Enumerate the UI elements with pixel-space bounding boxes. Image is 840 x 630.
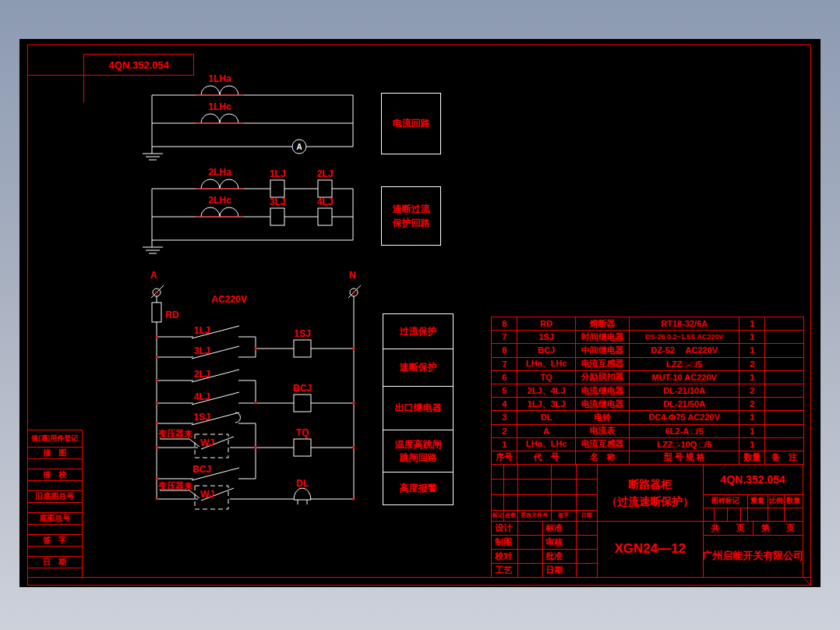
label-from-transformer-2: 变压器来: [157, 481, 192, 490]
parts-cell: 电流互感器: [576, 438, 630, 451]
label-contact-1lj: 1LJ: [194, 325, 210, 336]
tb-staff-date: 日期: [545, 565, 563, 576]
parts-cell: 1SJ: [517, 331, 576, 344]
parts-cell: 时间继电器: [576, 331, 630, 344]
parts-cell: 分励脱扣器: [576, 371, 630, 384]
function-box-temp-trip: 温度高跳闸跳闸回路: [383, 430, 453, 472]
parts-cell: 电铃: [576, 411, 630, 424]
label-contact-1sj: 1SJ: [193, 412, 210, 423]
relay-box-3lj: [270, 208, 284, 225]
parts-cell: 6L2-A □/5: [630, 425, 739, 438]
label-contact-wj2: WJ: [200, 489, 214, 500]
function-box-column: 过流保护 速断保护 出口继电器 温度高跳闸跳闸回路 高度报警: [383, 313, 454, 505]
register-block: 借(通)用件登记 描 图 描 校 旧底图总号 底图总号 签 字 日 期: [27, 430, 83, 579]
parts-header-name: 名 称: [576, 451, 630, 465]
box-current-loop-label: 电流回路: [393, 117, 430, 130]
parts-cell: 2: [739, 384, 765, 398]
parts-cell: 2: [739, 358, 765, 371]
parts-header-code: 代 号: [517, 451, 576, 465]
tb-line: [714, 508, 715, 521]
parts-cell: 1: [739, 331, 765, 344]
function-box-output-relay: 出口继电器: [383, 387, 453, 430]
parts-cell: [765, 425, 804, 438]
tb-line: [492, 535, 597, 536]
relay-box-1lj: [270, 180, 284, 197]
label-2lhc: 2LHc: [208, 195, 231, 206]
register-gap: [27, 547, 82, 557]
tb-pages-current: 第页: [753, 521, 803, 535]
parts-cell: DC4-Φ75 AC220V: [630, 411, 739, 424]
ammeter-icon: A: [292, 140, 306, 154]
register-date: 日 期: [27, 557, 82, 568]
ct-2lhc-icon: [201, 207, 238, 217]
parts-cell: RD: [517, 317, 576, 331]
parts-cell: RT18-32/6A: [630, 317, 739, 331]
ground-icon-2: [143, 247, 163, 253]
tb-line: [492, 494, 597, 495]
leader-line-2: [160, 490, 199, 498]
ct-1lha-icon: [201, 86, 238, 95]
parts-cell: MUT-10 AC220V: [630, 371, 739, 384]
corner-diagonal: [803, 577, 811, 586]
label-coil-bcj: BCJ: [293, 383, 312, 394]
parts-cell: 1: [739, 317, 765, 331]
tb-staff-draft: 制图: [495, 536, 512, 548]
parts-cell: 5: [492, 384, 517, 398]
parts-cell: [765, 331, 804, 344]
box-quick-break-label: 速断过流 保护回路: [393, 202, 430, 230]
register-base-no: 底图总号: [27, 513, 82, 525]
function-box-overcurrent: 过流保护: [383, 314, 453, 349]
parts-header-seq: 序号: [492, 451, 517, 465]
cad-viewer-page: { "frame": { "code_box": "4QN.352.054" }…: [0, 0, 840, 630]
tb-line: [492, 549, 597, 550]
bell-dl-icon: [294, 488, 311, 504]
parts-cell: 1: [739, 411, 765, 424]
parts-cell: 电流表: [576, 425, 630, 438]
label-bell-dl: DL: [296, 478, 309, 489]
label-phase-n: N: [349, 270, 356, 281]
box-quick-break-line1: 速断过流: [393, 202, 430, 216]
coil-1sj-icon: [294, 340, 311, 357]
tb-rev-file: 更改文件号: [517, 510, 551, 521]
parts-cell: [765, 371, 804, 384]
label-contact-3lj: 3LJ: [194, 345, 210, 356]
parts-cell: 熔断器: [576, 317, 630, 331]
coil-tq-icon: [294, 439, 311, 456]
parts-cell: DL-21/50A: [630, 398, 739, 411]
label-contact-wj1: WJ: [200, 437, 214, 448]
parts-cell: 1: [739, 344, 765, 357]
parts-cell: DZ-52 AC220V: [630, 344, 739, 357]
tb-drawing-title: 断路器柜（过流速断保护）: [597, 465, 703, 521]
parts-cell: 3: [492, 411, 517, 424]
parts-cell: 1: [739, 371, 765, 384]
fuse-rd-icon: [152, 303, 161, 322]
parts-cell: 7: [492, 331, 517, 344]
coil-bcj-icon: [294, 395, 311, 412]
label-relay-3lj: 3LJ: [270, 196, 286, 207]
tb-pages-total: 共页: [703, 521, 753, 535]
parts-cell: LHa、LHc: [517, 358, 576, 371]
tb-drawing-code: 4QN.352.054: [703, 465, 803, 494]
tb-mark-scale: 比例: [768, 494, 784, 508]
parts-cell: DL: [517, 411, 576, 424]
parts-cell: [765, 344, 804, 357]
tb-staff-approve: 批准: [545, 550, 563, 562]
register-check: 描 校: [27, 469, 82, 481]
parts-cell: LZZ□-10Q □/5: [630, 438, 739, 451]
label-1lhc: 1LHc: [208, 101, 231, 112]
register-sign: 签 字: [27, 535, 82, 547]
parts-cell: 2: [492, 425, 517, 438]
relay-box-2lj: [318, 180, 332, 197]
parts-cell: 4: [492, 398, 517, 411]
parts-header-notes: 备 注: [765, 451, 804, 465]
tb-mark-qty: 数量: [784, 494, 803, 508]
tb-rev-count: 处数: [503, 510, 517, 521]
tb-mark-specimen: 图样标记: [703, 494, 747, 508]
parts-cell: BCJ: [517, 344, 576, 357]
label-contact-2lj: 2LJ: [194, 369, 210, 380]
parts-cell: TQ: [517, 371, 576, 384]
tb-staff-proof: 校对: [495, 550, 512, 562]
label-1lha: 1LHa: [208, 73, 231, 84]
label-phase-a: A: [150, 270, 157, 281]
tb-line: [492, 563, 597, 564]
